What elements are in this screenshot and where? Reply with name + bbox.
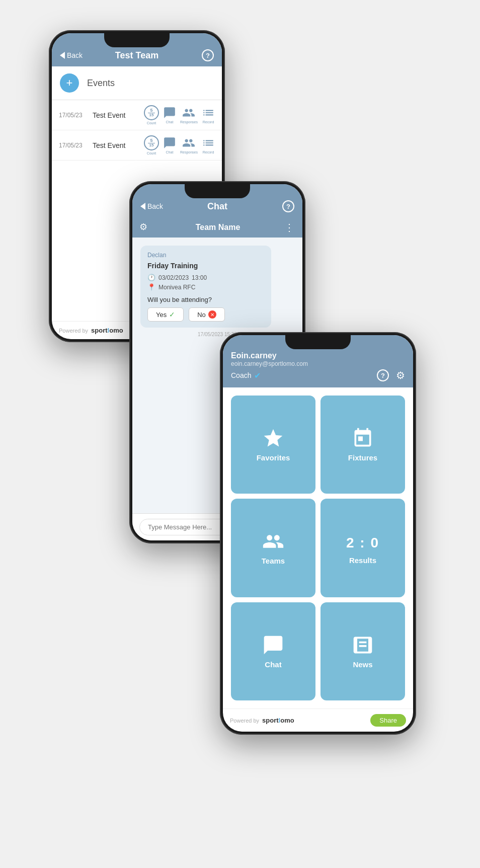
record-badge-2: Record bbox=[202, 136, 215, 154]
chat-event-title: Friday Training bbox=[147, 262, 264, 270]
count-badge-1: 5 15 Count bbox=[144, 105, 159, 125]
header-title-2: Chat bbox=[207, 201, 227, 212]
chat-buttons: Yes ✓ No ✕ bbox=[147, 307, 264, 322]
sportlomo-logo-3: sportlomo bbox=[262, 717, 294, 724]
chat-question: Will you be attending? bbox=[147, 296, 264, 303]
score-display: 2 : 0 bbox=[346, 535, 379, 550]
chat-date: 03/02/2023 bbox=[158, 274, 189, 281]
fixtures-tile[interactable]: Fixtures bbox=[321, 396, 405, 494]
results-tile[interactable]: 2 : 0 Results bbox=[321, 499, 405, 597]
no-button[interactable]: No ✕ bbox=[189, 307, 225, 322]
user-name: Eoin.carney bbox=[231, 351, 405, 360]
notch-3 bbox=[285, 335, 351, 349]
count-label-1: Count bbox=[147, 121, 156, 125]
user-role-row: Coach ✔ ? ⚙ bbox=[231, 369, 405, 381]
notch-1 bbox=[104, 33, 170, 47]
favorites-tile[interactable]: Favorites bbox=[231, 396, 315, 494]
chat-tile[interactable]: Chat bbox=[231, 602, 315, 700]
chat-location: Monivea RFC bbox=[158, 284, 195, 291]
record-icon-2 bbox=[202, 136, 215, 149]
event-row-2[interactable]: 17/05/23 Test Event 5 15 Count bbox=[52, 130, 222, 161]
chat-badge-1: Chat bbox=[163, 106, 176, 124]
clock-icon: 🕐 bbox=[147, 274, 155, 281]
count-badge-2: 5 15 Count bbox=[144, 135, 159, 155]
add-event-button[interactable]: + bbox=[60, 73, 79, 93]
responses-icon-2 bbox=[182, 136, 195, 149]
chat-time: 13:00 bbox=[192, 274, 207, 281]
chat-label: Chat bbox=[265, 660, 281, 669]
check-icon: ✓ bbox=[169, 310, 175, 319]
chat-sender: Declan bbox=[147, 252, 264, 259]
help-button-1[interactable]: ? bbox=[202, 49, 214, 61]
chat-bubble-1: Declan Friday Training 🕐 03/02/2023 13:0… bbox=[140, 246, 271, 328]
events-add-row: + Events bbox=[52, 66, 222, 100]
record-icon-1 bbox=[202, 106, 215, 119]
events-label: Events bbox=[87, 78, 115, 89]
chevron-left-icon-2 bbox=[140, 203, 145, 210]
chat-icon-1 bbox=[163, 106, 176, 119]
yes-label: Yes bbox=[156, 311, 167, 319]
settings-button-3[interactable]: ⚙ bbox=[396, 369, 405, 381]
favorites-label: Favorites bbox=[257, 453, 290, 462]
back-button-1[interactable]: Back bbox=[60, 51, 83, 59]
responses-icon-1 bbox=[182, 106, 195, 119]
user-role: Coach ✔ bbox=[231, 371, 261, 380]
event-icons-2: 5 15 Count Chat bbox=[144, 135, 215, 155]
powered-inner: Powered by sportlomo bbox=[230, 717, 294, 724]
chevron-left-icon bbox=[60, 52, 65, 59]
powered-bar-3: Powered by sportlomo Share bbox=[223, 708, 413, 732]
chat-badge-2: Chat bbox=[163, 136, 176, 154]
share-button[interactable]: Share bbox=[370, 714, 406, 727]
back-button-2[interactable]: Back bbox=[140, 202, 163, 210]
responses-badge-2: Responses bbox=[180, 136, 198, 154]
news-tile[interactable]: News bbox=[321, 602, 405, 700]
powered-text-3: Powered by bbox=[230, 718, 259, 724]
responses-badge-1: Responses bbox=[180, 106, 198, 124]
role-label: Coach bbox=[231, 371, 251, 379]
powered-text-1: Powered by bbox=[59, 328, 88, 334]
event-date-1: 17/05/23 bbox=[59, 112, 87, 119]
news-label: News bbox=[353, 660, 372, 669]
x-icon: ✕ bbox=[208, 310, 216, 319]
record-badge-1: Record bbox=[202, 106, 215, 124]
more-options-button[interactable]: ⋮ bbox=[284, 221, 295, 233]
event-row-1[interactable]: 17/05/23 Test Event 5 15 Count bbox=[52, 100, 222, 130]
teams-label: Teams bbox=[262, 557, 285, 565]
location-icon: 📍 bbox=[147, 283, 155, 291]
screen-3: Eoin.carney eoin.carney@sportlomo.com Co… bbox=[223, 335, 413, 732]
record-label-1: Record bbox=[203, 120, 214, 124]
sportlomo-logo-1: sportlomo bbox=[91, 327, 123, 334]
people-icon bbox=[262, 530, 284, 553]
verified-icon: ✔ bbox=[254, 371, 261, 380]
header-icons-right: ? ⚙ bbox=[377, 369, 405, 381]
chat-location-detail: 📍 Monivea RFC bbox=[147, 283, 264, 291]
event-date-2: 17/05/23 bbox=[59, 142, 87, 149]
header-title-1: Test Team bbox=[115, 50, 158, 61]
help-button-3[interactable]: ? bbox=[377, 369, 389, 381]
back-label-1: Back bbox=[67, 51, 83, 59]
chat-label-1: Chat bbox=[166, 120, 174, 124]
news-icon bbox=[352, 634, 374, 656]
notch-2 bbox=[185, 184, 250, 198]
star-icon bbox=[262, 427, 284, 449]
fixtures-label: Fixtures bbox=[348, 453, 377, 462]
teams-tile[interactable]: Teams bbox=[231, 499, 315, 597]
event-icons-1: 5 15 Count Chat bbox=[144, 105, 215, 125]
chat-date-detail: 🕐 03/02/2023 13:00 bbox=[147, 274, 264, 281]
team-name-title: Team Name bbox=[196, 223, 241, 232]
event-name-1: Test Event bbox=[93, 111, 138, 119]
responses-label-1: Responses bbox=[180, 120, 198, 124]
no-label: No bbox=[197, 311, 206, 319]
help-button-2[interactable]: ? bbox=[282, 200, 294, 212]
results-label: Results bbox=[349, 556, 376, 565]
settings-icon[interactable]: ⚙ bbox=[139, 221, 151, 233]
event-name-2: Test Event bbox=[93, 141, 138, 149]
user-email: eoin.carney@sportlomo.com bbox=[231, 360, 405, 367]
chat-bubble-icon bbox=[262, 634, 284, 656]
chat-icon-2 bbox=[163, 136, 176, 149]
count-circle-1: 5 15 bbox=[144, 105, 159, 120]
grid-container: Favorites Fixtures bbox=[223, 387, 413, 708]
chat-team-bar: ⚙ Team Name ⋮ bbox=[132, 217, 302, 238]
yes-button[interactable]: Yes ✓ bbox=[147, 307, 184, 322]
score-icon: 2 : 0 bbox=[346, 531, 379, 552]
